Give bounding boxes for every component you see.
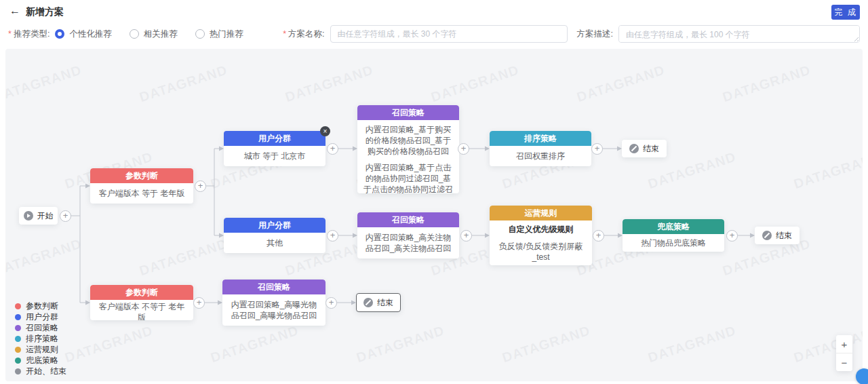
legend-dot-sort (15, 336, 21, 342)
node-body: 客户端版本 不等于 老年版 (90, 300, 193, 320)
legend-label: 兜底策略 (26, 355, 58, 366)
node-recall-strategy-3[interactable]: 召回策略 内置召回策略_高曝光物品召回_高曝光物品召回 (222, 280, 326, 326)
node-header: 排序策略 (490, 131, 591, 146)
legend-dot-param (15, 303, 21, 309)
legend-label: 排序策略 (26, 333, 58, 345)
node-recall-strategy-2[interactable]: 召回策略 内置召回策略_高关注物品召回_高关注物品召回 (357, 212, 459, 258)
legend-dot-ops (15, 347, 21, 353)
node-end-1[interactable]: 结束 (622, 140, 667, 157)
add-node-button[interactable] (326, 297, 337, 309)
legend-item: 兜底策略 (15, 355, 66, 366)
legend-item: 开始、结束 (15, 366, 66, 377)
plan-desc-textarea[interactable] (618, 25, 860, 43)
add-node-button[interactable] (591, 143, 603, 155)
add-node-button[interactable] (327, 143, 338, 155)
add-node-button[interactable] (726, 230, 738, 242)
legend-item: 用户分群 (15, 311, 66, 322)
floating-help-badge[interactable] (856, 368, 868, 384)
node-user-segment-2[interactable]: 用户分群 其他 (224, 218, 326, 253)
node-header: 参数判断 (90, 168, 193, 183)
radio-label: 个性化推荐 (69, 28, 112, 40)
zoom-out-button[interactable]: − (836, 353, 852, 371)
node-body: 城市 等于 北京市 (224, 146, 326, 166)
required-mark: * (283, 29, 286, 39)
plan-desc-label: 方案描述: (577, 28, 613, 40)
node-header: 召回策略 (222, 280, 326, 294)
legend-label: 参数判断 (26, 301, 58, 312)
node-header: 召回策略 (357, 105, 459, 120)
node-header: 运营规则 (490, 206, 592, 220)
radio-label: 相关推荐 (144, 28, 178, 40)
node-body: 召回权重排序 (490, 146, 591, 166)
node-end-2[interactable]: 结束 (755, 227, 800, 244)
add-node-button[interactable] (193, 297, 205, 309)
rule-detail: 负反馈/负反馈类别屏蔽_test (495, 241, 587, 263)
end-icon (762, 231, 772, 240)
legend-dot-fallback (15, 358, 21, 364)
radio-unselected-icon[interactable] (195, 29, 205, 39)
required-mark: * (8, 29, 12, 39)
page-title: 新增方案 (26, 6, 64, 18)
radio-related[interactable]: 相关推荐 (130, 28, 178, 40)
plan-name-group: * 方案名称: (283, 25, 567, 43)
close-icon[interactable] (320, 126, 330, 136)
recommend-type-radio-group: 个性化推荐 相关推荐 热门推荐 (55, 28, 261, 40)
node-end-3[interactable]: 结束 (356, 293, 401, 312)
legend-dot-recall (15, 325, 21, 331)
add-node-button[interactable] (195, 180, 206, 192)
end-icon (629, 144, 639, 153)
new-plan-page: ← 新增方案 完 成 * 推荐类型: 个性化推荐 相关推荐 热门推荐 * 方案名… (0, 0, 868, 384)
add-node-button[interactable] (593, 230, 604, 242)
radio-personalized[interactable]: 个性化推荐 (55, 28, 112, 40)
add-node-button[interactable] (327, 230, 338, 242)
flow-canvas[interactable]: DATAGRANDDATAGRANDDATAGRANDDATAGRANDDATA… (5, 49, 863, 381)
node-header: 用户分群 (224, 131, 326, 146)
node-label: 结束 (643, 143, 659, 155)
add-node-button[interactable] (460, 230, 472, 242)
node-label: 结束 (776, 230, 792, 242)
node-type-legend: 参数判断 用户分群 召回策略 排序策略 运营规则 兜底策略 开始、结束 (15, 301, 66, 377)
legend-dot-startend (15, 368, 21, 375)
zoom-in-button[interactable]: + (836, 335, 852, 353)
recall-item: 内置召回策略_基于点击的物品协同过滤召回_基于点击的物品协同过滤召回 (363, 162, 454, 193)
node-body: 其他 (224, 233, 326, 253)
node-header: 用户分群 (224, 218, 326, 233)
plan-desc-group: 方案描述: (577, 25, 860, 43)
plan-name-label: 方案名称: (288, 28, 324, 40)
legend-label: 运营规则 (26, 344, 58, 356)
node-fallback-strategy-1[interactable]: 兜底策略 热门物品兜底策略 (623, 219, 724, 252)
node-header: 参数判断 (90, 285, 193, 300)
legend-label: 开始、结束 (26, 366, 66, 377)
radio-hot[interactable]: 热门推荐 (195, 28, 243, 40)
zoom-control: + − (836, 335, 852, 371)
node-body: 热门物品兜底策略 (623, 234, 724, 252)
node-user-segment-1[interactable]: 用户分群 城市 等于 北京市 (224, 131, 326, 166)
legend-label: 用户分群 (26, 311, 58, 323)
finish-button[interactable]: 完 成 (831, 5, 860, 20)
node-body: 自定义优先级规则 负反馈/负反馈类别屏蔽_test (490, 220, 592, 265)
legend-dot-user (15, 314, 21, 320)
node-param-judgment-2[interactable]: 参数判断 客户端版本 不等于 老年版 (90, 285, 193, 320)
node-start[interactable]: 开始 (19, 207, 58, 225)
back-arrow-icon[interactable]: ← (9, 5, 20, 17)
node-header: 召回策略 (357, 212, 459, 227)
node-sort-strategy-1[interactable]: 排序策略 召回权重排序 (490, 131, 591, 166)
start-icon (24, 211, 33, 220)
legend-item: 排序策略 (15, 333, 66, 344)
node-body: 内置召回策略_高关注物品召回_高关注物品召回 (357, 227, 459, 258)
add-node-button[interactable] (458, 143, 469, 155)
legend-label: 召回策略 (26, 322, 58, 334)
node-label: 开始 (37, 210, 54, 222)
end-icon (363, 298, 373, 307)
node-header: 兜底策略 (623, 219, 724, 234)
node-body: 内置召回策略_基于购买的价格段物品召回_基于购买的价格段物品召回 内置召回策略_… (357, 120, 459, 193)
radio-unselected-icon[interactable] (130, 29, 139, 39)
node-recall-strategy-1[interactable]: 召回策略 内置召回策略_基于购买的价格段物品召回_基于购买的价格段物品召回 内置… (357, 105, 459, 193)
node-param-judgment-1[interactable]: 参数判断 客户端版本 等于 老年版 (90, 168, 193, 204)
radio-selected-icon[interactable] (55, 29, 64, 39)
add-node-button[interactable] (60, 210, 71, 222)
radio-label: 热门推荐 (210, 28, 243, 40)
node-ops-rules-1[interactable]: 运营规则 自定义优先级规则 负反馈/负反馈类别屏蔽_test (490, 206, 592, 265)
plan-name-input[interactable] (330, 25, 568, 43)
node-body: 客户端版本 等于 老年版 (90, 183, 193, 204)
